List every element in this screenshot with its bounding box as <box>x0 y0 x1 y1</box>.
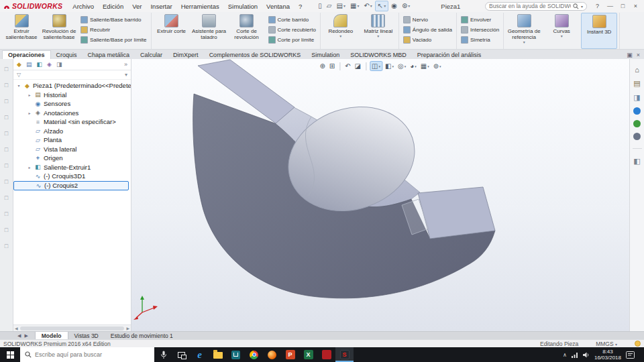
task-view-button[interactable] <box>172 347 191 362</box>
maximize-button[interactable]: □ <box>617 1 629 11</box>
rebuild-button[interactable]: ◉ <box>389 1 399 11</box>
left-toolbar-icon[interactable]: □ <box>5 162 8 169</box>
draft-button[interactable]: Ángulo de salida <box>401 25 454 34</box>
store-button[interactable] <box>227 347 245 362</box>
display-style-dropdown-icon[interactable]: ▾ <box>392 64 394 68</box>
lofted-cut-button[interactable]: Corte recubierto <box>266 25 318 34</box>
fillet-button[interactable]: Redondeo ▾ <box>323 13 359 49</box>
excel-button[interactable]: X <box>299 347 317 362</box>
left-toolbar-icon[interactable]: □ <box>5 194 8 201</box>
tree-item-planta[interactable]: ▱ Planta <box>13 135 131 145</box>
new-document-button[interactable]: ▯ <box>316 1 324 11</box>
tabs-scroll-left-icon[interactable]: ◀ <box>17 333 21 339</box>
wrap-button[interactable]: Envolver <box>459 15 501 24</box>
revolve-boss-button[interactable]: Revolución de saliente/base <box>41 13 77 49</box>
tab-simulation[interactable]: Simulation <box>306 51 345 59</box>
rib-button[interactable]: Nervio <box>401 15 454 24</box>
tab-croquis[interactable]: Croquis <box>51 51 83 59</box>
appearances-pane-icon[interactable]: ◧ <box>633 157 640 166</box>
tray-expand-icon[interactable]: ∧ <box>563 352 567 358</box>
tab-preparacion-analisis[interactable]: Preparación del análisis <box>412 51 487 59</box>
chrome-button[interactable] <box>245 347 263 362</box>
menu-ver[interactable]: Ver <box>128 2 146 11</box>
instant3d-button[interactable]: Instant 3D <box>581 13 617 49</box>
menu-ayuda[interactable]: ? <box>294 2 306 11</box>
intersect-button[interactable]: Intersección <box>459 25 501 34</box>
edit-appearance-dropdown-icon[interactable]: ▾ <box>415 64 417 68</box>
view-settings-dropdown-icon[interactable]: ▾ <box>439 64 441 68</box>
left-toolbar-icon[interactable]: □ <box>5 114 8 121</box>
menu-simulation[interactable]: Simulation <box>224 2 262 11</box>
edit-appearance-button[interactable]: ◕▾ <box>409 62 418 70</box>
options-button[interactable]: ⊛▾ <box>400 1 412 11</box>
tab-estudio-movimiento[interactable]: Estudio de movimiento 1 <box>105 332 179 339</box>
linear-pattern-button[interactable]: Matriz lineal ▾ <box>360 13 396 49</box>
select-button[interactable]: ↖▾ <box>375 1 388 11</box>
dimxpert-manager-tab-icon[interactable]: ◈ <box>47 61 52 68</box>
shell-button[interactable]: Vaciado <box>401 36 454 44</box>
tree-item-vista-lateral[interactable]: ▱ Vista lateral <box>13 145 131 154</box>
open-button[interactable]: ▱ <box>325 1 334 11</box>
left-toolbar-icon[interactable]: □ <box>5 82 8 88</box>
expand-arrow-icon[interactable]: ▸ <box>27 111 32 115</box>
filter-icon[interactable]: ▽ <box>17 72 21 78</box>
previous-view-button[interactable]: ↶ <box>343 62 352 70</box>
left-toolbar-icon[interactable]: □ <box>5 210 8 217</box>
print-button[interactable]: ▦▾ <box>348 1 361 11</box>
tab-complementos[interactable]: Complementos de SOLIDWORKS <box>204 51 307 59</box>
hide-show-dropdown-icon[interactable]: ▾ <box>405 64 407 68</box>
display-manager-tab-icon[interactable]: ◨ <box>56 61 62 68</box>
action-center-icon[interactable] <box>626 351 635 359</box>
volume-icon[interactable] <box>583 352 590 358</box>
expand-arrow-icon[interactable]: ▸ <box>27 93 32 97</box>
file-explorer-button[interactable] <box>209 347 227 362</box>
filter-dropdown-icon[interactable]: ▾ <box>125 72 127 78</box>
tabs-scroll-right-icon[interactable]: ▶ <box>24 333 28 339</box>
left-toolbar-icon[interactable]: □ <box>5 178 8 185</box>
menu-ventana[interactable]: Ventana <box>262 2 294 11</box>
view-orientation-button[interactable]: ◫▾ <box>370 61 382 71</box>
search-dropdown-icon[interactable]: ▾ <box>581 4 583 9</box>
tree-item-material[interactable]: ≡ Material <sin especificar> <box>13 117 131 127</box>
zoom-fit-button[interactable]: ⊕ <box>318 62 326 70</box>
undo-button[interactable]: ↶▾ <box>362 1 374 11</box>
linear-pattern-dropdown-icon[interactable]: ▾ <box>377 35 379 38</box>
tree-item-origen[interactable]: + Origen <box>13 154 131 163</box>
expand-arrow-icon[interactable]: ▸ <box>27 165 32 170</box>
options-dropdown-icon[interactable]: ▾ <box>408 1 410 11</box>
lofted-boss-button[interactable]: Recubrir <box>78 25 149 34</box>
file-explorer-pane-icon[interactable]: ◨ <box>633 93 640 102</box>
tree-item-croquis3d1[interactable]: ∿ (-) Croquis3D1 <box>13 172 131 181</box>
units-selector[interactable]: MMGS ▾ <box>596 341 617 347</box>
tree-item-croquis2[interactable]: ∿ (-) Croquis2 <box>13 181 129 190</box>
tree-horizontal-scrollbar[interactable]: ◀ ▶ <box>13 324 131 331</box>
tree-item-saliente-extruir1[interactable]: ▸ ◧ Saliente-Extruir1 <box>13 163 131 172</box>
model-face-right[interactable] <box>418 187 495 239</box>
reference-geometry-dropdown-icon[interactable]: ▾ <box>523 41 525 44</box>
tabbar-close-icon[interactable]: × <box>637 52 640 58</box>
save-dropdown-icon[interactable]: ▾ <box>343 1 345 11</box>
apply-scene-dropdown-icon[interactable]: ▾ <box>427 64 429 68</box>
subscription-icon[interactable] <box>633 120 641 127</box>
boundary-boss-button[interactable]: Saliente/Base por límite <box>78 36 149 44</box>
scroll-right-icon[interactable]: ▶ <box>126 326 129 330</box>
help-button[interactable]: ? <box>592 1 603 11</box>
tree-item-historial[interactable]: ▸ ▤ Historial <box>13 90 131 100</box>
tab-operaciones[interactable]: Operaciones <box>2 50 51 59</box>
help-search-input[interactable] <box>489 3 571 9</box>
powerpoint-button[interactable]: P <box>281 347 299 362</box>
revolve-cut-button[interactable]: Corte de revolución <box>229 13 265 49</box>
tab-solidworks-mbd[interactable]: SOLIDWORKS MBD <box>345 51 412 59</box>
taskbar-search-input[interactable] <box>35 351 150 358</box>
menu-archivo[interactable]: Archivo <box>68 2 98 11</box>
left-toolbar-icon[interactable]: □ <box>5 243 8 249</box>
clock[interactable]: 8:43 16/03/2018 <box>594 349 621 361</box>
cortana-mic-button[interactable] <box>154 347 172 362</box>
configuration-manager-tab-icon[interactable]: ◧ <box>36 61 42 68</box>
menu-insertar[interactable]: Insertar <box>146 2 176 11</box>
view-orientation-dropdown-icon[interactable]: ▾ <box>378 64 380 68</box>
tree-item-anotaciones[interactable]: ▸ ◈ Anotaciones <box>13 109 131 118</box>
edge-button[interactable]: e <box>191 347 209 362</box>
left-toolbar-icon[interactable]: □ <box>5 130 8 137</box>
section-view-button[interactable]: ◪ <box>354 62 362 70</box>
